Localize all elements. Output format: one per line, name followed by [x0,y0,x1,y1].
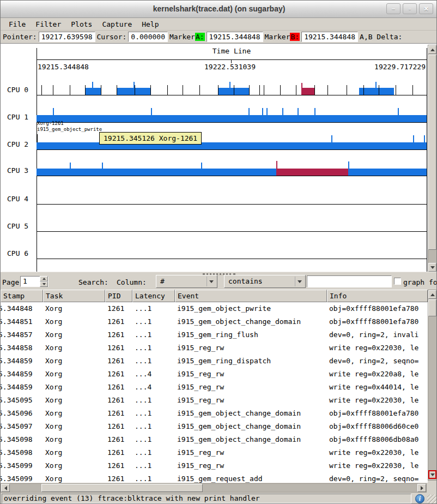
task-bar-segment[interactable] [85,88,101,95]
match-select[interactable]: contains [224,275,306,288]
graph-scroll-up-button[interactable] [428,45,436,54]
task-bar-segment[interactable] [37,142,427,149]
event-tick [413,135,414,142]
table-row[interactable]: 5.344859Xorg1261...4i915_reg_rwwrite reg… [1,368,428,381]
cell-latency: ...1 [132,407,175,420]
page-spin-down-button[interactable] [40,281,48,287]
table-horizontal-scrollbar[interactable] [1,483,427,493]
cell-event: i915_reg_rw [175,341,327,355]
event-tick [102,163,103,169]
cell-task: Xorg [43,433,105,446]
info-icon[interactable]: i [415,494,424,503]
cpu-label: CPU 3 [7,166,34,175]
search-input[interactable] [307,275,392,287]
event-table-header: StampTaskPIDLatencyEventInfo [1,290,428,302]
table-row[interactable]: 5.344848Xorg1261...1i915_gem_object_pwri… [1,302,428,315]
table-row[interactable]: 5.344859Xorg1261...4i915_reg_rwwrite reg… [1,381,428,394]
cell-stamp: 5.344848 [1,302,43,315]
cpu-label: CPU 5 [7,222,34,231]
table-row[interactable]: 5.345098Xorg1261...1i915_reg_rwwrite reg… [1,446,428,459]
axis-tick-label-left: 19215.344848 [38,63,89,71]
column-header-task[interactable]: Task [43,290,105,302]
cell-event: i915_gem_ring_dispatch [175,355,327,368]
delta-label: A,B Delta: [360,33,402,41]
table-vertical-scrollbar[interactable] [428,290,437,481]
cell-latency: ...1 [132,328,175,341]
cell-latency: ...1 [132,394,175,407]
task-bar-segment[interactable] [37,169,276,176]
table-scroll-left-button[interactable] [1,484,10,492]
task-bar-segment[interactable] [348,169,427,176]
column-header-stamp[interactable]: Stamp [1,290,43,302]
title-bar[interactable]: kernelshark(trace.dat) (on sugarbay) – ▫… [1,1,437,18]
cell-event: i915_reg_rw [175,381,327,394]
graph-scroll-down-button[interactable] [428,263,436,272]
table-scrollbar-thumb[interactable] [428,299,436,316]
column-select-value: # [160,277,165,285]
table-hscrollbar-thumb[interactable] [41,484,203,492]
spin-up-icon [43,278,46,280]
table-row[interactable]: 5.345096Xorg1261...1i915_gem_object_chan… [1,407,428,420]
event-tick [199,85,200,95]
pointer-value: 19217.639598 [39,32,95,42]
cpu-baseline [37,176,427,176]
cell-pid: 1261 [105,394,132,407]
menu-item-file[interactable]: File [4,19,31,29]
column-header-latency[interactable]: Latency [132,290,175,302]
cpu-label: CPU 0 [7,86,34,94]
resize-grip-icon[interactable] [427,495,436,503]
task-bar-segment[interactable] [301,88,314,95]
table-row[interactable]: 5.345099Xorg1261...1i915_gem_request_add… [1,472,428,483]
table-scroll-down-button[interactable] [428,470,436,479]
cell-pid: 1261 [105,472,132,483]
cell-pid: 1261 [105,420,132,433]
cpu-baseline [37,95,427,95]
graph-follows-checkbox[interactable] [394,278,401,285]
table-row[interactable]: 5.344851Xorg1261...1i915_gem_object_chan… [1,315,428,328]
column-header-event[interactable]: Event [175,290,327,302]
cell-task: Xorg [43,368,105,381]
page-spin-up-button[interactable] [40,276,48,281]
event-tick [133,82,135,88]
event-table[interactable]: 5.344848Xorg1261...1i915_gem_object_pwri… [1,302,428,483]
event-tick [248,108,250,115]
task-bar-segment[interactable] [37,115,427,122]
arrow-right-icon [421,486,423,490]
table-scroll-right-button[interactable] [417,484,426,492]
column-header-info[interactable]: Info [327,290,428,302]
maximize-button[interactable]: ▫ [403,3,417,14]
menu-item-plots[interactable]: Plots [66,19,97,29]
table-row[interactable]: 5.344857Xorg1261...1i915_gem_ring_flushd… [1,328,428,341]
cell-event: i915_gem_object_change_domain [175,420,327,433]
table-row[interactable]: 5.345098Xorg1261...1i915_gem_object_chan… [1,433,428,446]
task-bar-segment[interactable] [359,88,394,95]
table-row[interactable]: 5.344859Xorg1261...1i915_gem_ring_dispat… [1,355,428,368]
graph-vertical-scrollbar[interactable] [428,45,437,272]
window-title: kernelshark(trace.dat) (on sugarbay) [1,4,437,13]
column-header-pid[interactable]: PID [105,290,132,302]
timeline-graph[interactable]: Time Line 19215.344848 19222.531039 1922… [1,43,437,272]
cursor-value: 0.000000 [128,32,168,42]
cell-latency: ...1 [132,302,175,315]
task-bar-segment[interactable] [117,88,150,95]
event-tick [70,85,70,95]
cpu-baseline [37,204,427,205]
cell-task: Xorg [43,407,105,420]
table-row[interactable]: 5.345097Xorg1261...1i915_gem_object_chan… [1,420,428,433]
table-row[interactable]: 5.345095Xorg1261...1i915_reg_rwwrite reg… [1,394,428,407]
table-scroll-up-button[interactable] [428,290,436,299]
graph-scrollbar-thumb[interactable] [428,55,436,250]
task-bar-segment[interactable] [276,169,348,176]
cell-task: Xorg [43,302,105,315]
marker-a-value: 19215.344848 [207,32,263,42]
close-button[interactable]: ✕ [419,3,433,14]
table-row[interactable]: 5.345099Xorg1261...1i915_reg_rwwrite reg… [1,459,428,472]
column-select[interactable]: # [156,275,217,288]
minimize-button[interactable]: – [386,3,400,14]
menu-item-help[interactable]: Help [137,19,163,29]
menu-item-capture[interactable]: Capture [97,19,137,29]
cell-stamp: 5.344859 [1,355,43,368]
table-row[interactable]: 5.344858Xorg1261...1i915_reg_rwwrite reg… [1,341,428,355]
menu-item-filter[interactable]: Filter [31,19,66,29]
chevron-down-icon [207,277,216,286]
